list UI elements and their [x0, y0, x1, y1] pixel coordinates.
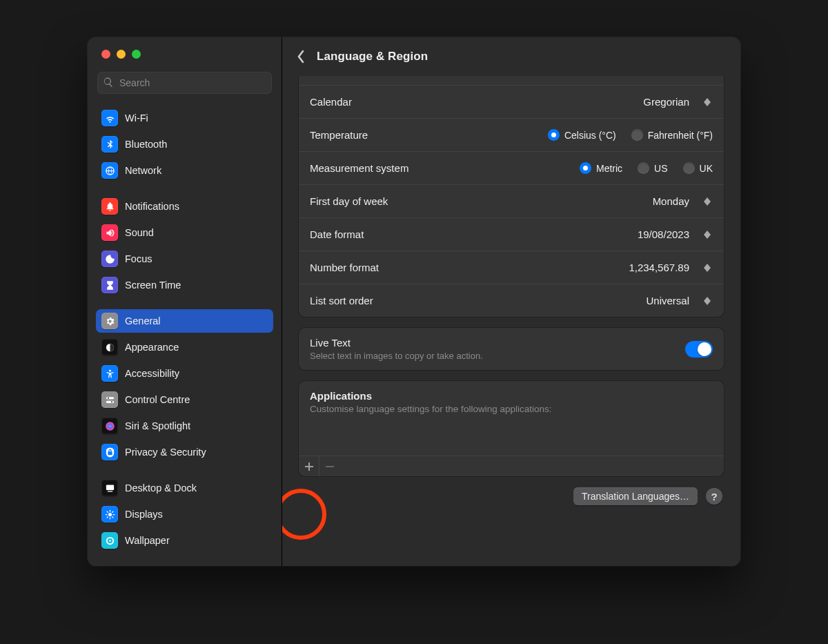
- radio-icon: [580, 162, 591, 174]
- live-text-title: Live Text: [310, 337, 483, 349]
- chevron-up-down-icon: [702, 295, 713, 307]
- svg-point-4: [108, 397, 109, 398]
- svg-rect-8: [107, 491, 112, 491]
- help-button[interactable]: ?: [706, 488, 722, 505]
- number-format-row[interactable]: Number format 1,234,567.89: [299, 251, 724, 284]
- list-sort-label: List sort order: [310, 295, 373, 306]
- measurement-option-1[interactable]: US: [638, 162, 667, 174]
- sidebar-item-label: Sound: [125, 227, 154, 238]
- svg-rect-2: [106, 397, 113, 399]
- applications-group: Applications Customise language settings…: [299, 381, 724, 476]
- displays-icon: [101, 506, 118, 523]
- page-title: Language & Region: [317, 50, 428, 64]
- svg-point-18: [109, 540, 111, 542]
- list-sort-row[interactable]: List sort order Universal: [299, 284, 724, 317]
- temperature-row: Temperature Celsius (°C)Fahrenheit (°F): [299, 118, 724, 151]
- window-controls: [88, 37, 282, 66]
- sidebar-item-general[interactable]: General: [96, 309, 273, 333]
- sidebar-item-bluetooth[interactable]: Bluetooth: [96, 133, 273, 156]
- sidebar-item-focus[interactable]: Focus: [96, 247, 273, 271]
- list-sort-value: Universal: [646, 295, 689, 306]
- svg-point-6: [106, 422, 115, 431]
- sidebar-item-controlcentre[interactable]: Control Centre: [96, 388, 273, 411]
- svg-point-1: [109, 369, 111, 371]
- focus-icon: [101, 251, 118, 267]
- sidebar-item-notifications[interactable]: Notifications: [96, 195, 273, 218]
- sidebar-item-label: Displays: [125, 509, 163, 520]
- wallpaper-icon: [101, 532, 118, 549]
- measurement-row: Measurement system MetricUSUK: [299, 151, 724, 184]
- svg-rect-19: [326, 466, 334, 467]
- date-format-row[interactable]: Date format 19/08/2023: [299, 217, 724, 251]
- sidebar-item-screentime[interactable]: Screen Time: [96, 273, 273, 297]
- temperature-option-0[interactable]: Celsius (°C): [548, 129, 616, 141]
- svg-line-16: [107, 516, 108, 517]
- sidebar-item-sound[interactable]: Sound: [96, 221, 273, 244]
- radio-icon: [683, 162, 695, 174]
- siri-icon: [101, 418, 118, 434]
- search-icon: [103, 77, 118, 90]
- sidebar-list: Wi-FiBluetoothNetworkNotificationsSoundF…: [88, 99, 282, 566]
- applications-title: Applications: [310, 390, 713, 402]
- sidebar-item-label: Network: [125, 165, 161, 176]
- calendar-label: Calendar: [310, 96, 352, 108]
- temperature-option-1[interactable]: Fahrenheit (°F): [631, 129, 713, 141]
- sidebar-item-label: Appearance: [125, 342, 179, 353]
- radio-icon: [631, 129, 643, 141]
- region-row[interactable]: Region United States: [299, 76, 724, 85]
- live-text-toggle[interactable]: [685, 341, 713, 358]
- main-header: Language & Region: [282, 37, 740, 76]
- sidebar-item-wallpaper[interactable]: Wallpaper: [96, 529, 273, 552]
- svg-line-15: [112, 516, 112, 517]
- sidebar-item-label: Wallpaper: [125, 535, 170, 546]
- radio-label: Celsius (°C): [564, 130, 616, 141]
- sidebar-item-wifi[interactable]: Wi-Fi: [96, 106, 273, 130]
- zoom-window-button[interactable]: [132, 50, 141, 59]
- sidebar-item-accessibility[interactable]: Accessibility: [96, 362, 273, 385]
- sidebar-item-label: Desktop & Dock: [125, 482, 197, 494]
- measurement-label: Measurement system: [310, 162, 408, 174]
- sidebar-item-label: Siri & Spotlight: [125, 420, 190, 431]
- main-content: Region United States Calendar Gregorian: [282, 76, 740, 566]
- minimize-window-button[interactable]: [117, 50, 126, 59]
- wifi-icon: [101, 110, 118, 126]
- sidebar-item-label: Control Centre: [125, 394, 190, 405]
- radio-label: Fahrenheit (°F): [648, 130, 713, 141]
- number-format-value: 1,234,567.89: [629, 262, 689, 273]
- sound-icon: [101, 224, 118, 241]
- calendar-row[interactable]: Calendar Gregorian: [299, 85, 724, 118]
- measurement-option-2[interactable]: UK: [683, 162, 713, 174]
- bottom-actions: Translation Languages… ?: [299, 487, 724, 505]
- svg-rect-3: [106, 400, 113, 402]
- sidebar-item-label: Notifications: [125, 201, 179, 212]
- translation-languages-button[interactable]: Translation Languages…: [573, 487, 698, 505]
- sidebar-item-desktop[interactable]: Desktop & Dock: [96, 476, 273, 500]
- sidebar-item-privacy[interactable]: Privacy & Security: [96, 440, 273, 464]
- sidebar-item-appearance[interactable]: Appearance: [96, 335, 273, 359]
- back-button[interactable]: [290, 46, 311, 67]
- radio-label: UK: [700, 163, 713, 174]
- desktop-icon: [101, 480, 118, 496]
- search-input[interactable]: [118, 77, 266, 89]
- general-icon: [101, 313, 118, 329]
- live-text-row: Live Text Select text in images to copy …: [299, 328, 724, 370]
- temperature-label: Temperature: [310, 129, 368, 141]
- number-format-label: Number format: [310, 262, 379, 273]
- first-day-label: First day of week: [310, 195, 388, 207]
- sidebar-item-network[interactable]: Network: [96, 159, 273, 182]
- sidebar-item-displays[interactable]: Displays: [96, 502, 273, 526]
- close-window-button[interactable]: [101, 50, 110, 59]
- measurement-option-0[interactable]: Metric: [580, 162, 622, 174]
- applications-list: [299, 418, 724, 456]
- sidebar-item-label: General: [125, 315, 161, 326]
- add-application-button[interactable]: [299, 456, 319, 477]
- svg-line-17: [112, 511, 112, 512]
- sidebar-item-label: Wi-Fi: [125, 113, 148, 124]
- first-day-row[interactable]: First day of week Monday: [299, 184, 724, 217]
- remove-application-button[interactable]: [319, 456, 340, 477]
- search-field[interactable]: [97, 72, 272, 94]
- radio-icon: [638, 162, 649, 174]
- sidebar-item-siri[interactable]: Siri & Spotlight: [96, 414, 273, 438]
- live-text-group: Live Text Select text in images to copy …: [299, 328, 724, 370]
- date-format-label: Date format: [310, 228, 364, 240]
